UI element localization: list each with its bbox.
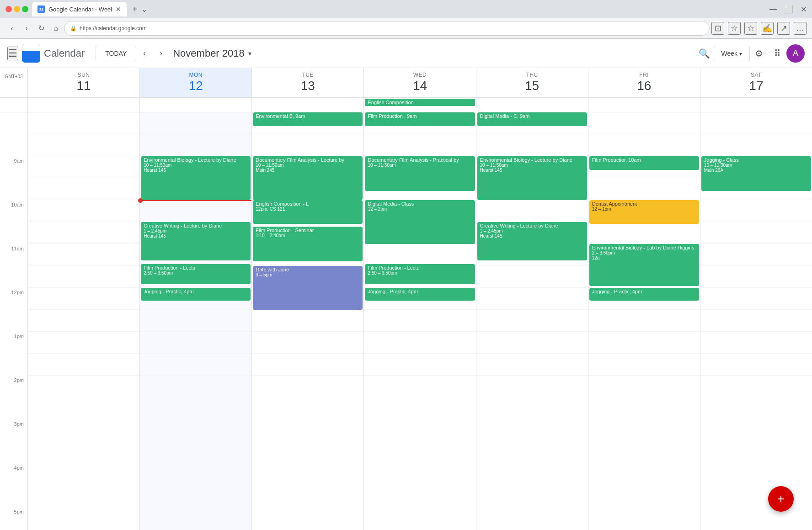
tab-favicon: 31 xyxy=(37,5,45,13)
time-grid: 9am 10am 11am 12pm 1pm 2pm 3pm 4pm 5pm 6… xyxy=(0,112,812,530)
day-header-tue: TUE 13 xyxy=(251,68,363,97)
event-mon-film-prod[interactable]: Film Production - Lectu 2:50 – 3:50pm xyxy=(141,264,251,284)
event-fri-film-prod-short[interactable]: Film Productior, 10am xyxy=(589,156,699,170)
share-btn[interactable]: ↗ xyxy=(777,22,790,35)
reader-view-btn[interactable]: ⊡ xyxy=(711,22,724,35)
time-slot-1pm: 1pm xyxy=(0,332,27,354)
event-fri-dentist[interactable]: Dentist Appointment 12 – 1pm xyxy=(589,200,699,224)
event-mon-creative-writing[interactable]: Creative Writing - Lecture by Diane 1 – … xyxy=(141,222,251,260)
time-slot-3pm: 3pm xyxy=(0,419,27,441)
minimize-window-btn[interactable] xyxy=(14,6,20,12)
event-mon-jogging[interactable]: Jogging - Practic, 4pm xyxy=(141,288,251,301)
time-slot-empty2 xyxy=(0,134,27,156)
maximize-window-btn[interactable] xyxy=(22,6,28,12)
time-slot-130 xyxy=(0,354,27,376)
event-wed-digital-media[interactable]: Digital Media - Class 12 – 2pm xyxy=(365,200,475,244)
time-col: 9am 10am 11am 12pm 1pm 2pm 3pm 4pm 5pm 6… xyxy=(0,112,27,530)
time-slot-1130 xyxy=(0,266,27,288)
sign-in-btn[interactable]: ✍ xyxy=(761,22,774,35)
week-view-btn[interactable]: Week ▾ xyxy=(714,46,750,61)
event-tue-env-bio-short[interactable]: Environmental B, 9am xyxy=(253,112,363,126)
event-tue-date-jane[interactable]: Date with Jane 3 – 5pm xyxy=(253,266,363,310)
avatar-btn[interactable]: A xyxy=(786,44,805,63)
refresh-btn[interactable]: ↻ xyxy=(35,22,48,35)
home-btn[interactable]: ⌂ xyxy=(49,22,62,35)
browser-titlebar: 31 Google Calendar - Weel ✕ + ⌄ — ⬜ ✕ xyxy=(0,0,812,18)
settings-btn[interactable]: ⚙ xyxy=(750,44,768,63)
browser-controls: ‹ › ↻ ⌂ 🔒 https://calendar.google.com ⊡ … xyxy=(0,18,812,38)
day-col-fri: Film Productior, 10am Dentist Appointmen… xyxy=(588,112,700,530)
time-slot-11am: 11am xyxy=(0,244,27,266)
calendar-container: GMT+03 SUN 11 MON 12 TUE 13 WED 14 THU 1… xyxy=(0,68,812,530)
day-header-thu: THU 15 xyxy=(476,68,588,97)
day-col-mon: Environmental Biology - Lecture by Diane… xyxy=(139,112,251,530)
new-tab-btn[interactable]: + xyxy=(132,4,138,15)
event-tue-film-seminar[interactable]: Film Production - Seminar 1:10 – 2:40pm xyxy=(253,227,363,261)
gmt-label: GMT+03 xyxy=(0,68,27,97)
favorites-btn[interactable]: ☆ xyxy=(744,22,757,35)
event-tue-eng-comp[interactable]: English Composition - L 12pm, CS 121 xyxy=(253,200,363,224)
event-thu-env-bio[interactable]: Environmental Biology - Lecture by Diane… xyxy=(477,156,587,200)
day-col-sun xyxy=(27,112,139,530)
menu-btn[interactable]: ☰ xyxy=(7,47,18,60)
event-thu-digital-media-short[interactable]: Digital Media - C, 9am xyxy=(477,112,587,126)
create-event-fab[interactable]: + xyxy=(768,486,794,512)
next-btn[interactable]: › xyxy=(153,45,169,62)
hour-lines-sun xyxy=(28,112,139,530)
all-day-mon xyxy=(139,98,251,112)
time-slot-930 xyxy=(0,178,27,200)
url-text: https://calendar.google.com xyxy=(80,25,147,32)
browser-tab[interactable]: 31 Google Calendar - Weel ✕ xyxy=(32,2,127,16)
address-bar[interactable]: 🔒 https://calendar.google.com xyxy=(64,21,710,36)
tab-menu-btn[interactable]: ⌄ xyxy=(141,5,147,14)
close-btn[interactable]: ✕ xyxy=(801,5,807,14)
day-header-mon: MON 12 xyxy=(139,68,251,97)
time-slot-2pm: 2pm xyxy=(0,376,27,398)
event-tue-doc-film[interactable]: Documentary Film Analysis - Lecture by 1… xyxy=(253,156,363,200)
prev-btn[interactable]: ‹ xyxy=(136,45,153,62)
time-slot-230 xyxy=(0,398,27,419)
day-header-sat: SAT 17 xyxy=(700,68,812,97)
all-day-sat xyxy=(700,98,812,112)
browser-actions: ⊡ ☆ ☆ ✍ ↗ … xyxy=(711,22,807,35)
restore-btn[interactable]: ⬜ xyxy=(784,5,793,14)
minimize-btn[interactable]: — xyxy=(769,5,777,13)
time-slot-9am: 9am xyxy=(0,156,27,178)
time-slot-430 xyxy=(0,485,27,507)
search-btn[interactable]: 🔍 xyxy=(695,44,714,63)
tab-close-btn[interactable]: ✕ xyxy=(116,5,121,13)
event-mon-env-bio[interactable]: Environmental Biology - Lecture by Diane… xyxy=(141,156,251,200)
all-day-event-english-comp[interactable]: English Composition - xyxy=(365,99,475,106)
event-wed-doc-film[interactable]: Documentary Film Analysis - Practical by… xyxy=(365,156,475,191)
all-day-tue xyxy=(251,98,363,112)
forward-btn[interactable]: › xyxy=(20,22,33,35)
today-btn[interactable]: TODAY xyxy=(96,46,136,61)
logo-text: Calendar xyxy=(44,48,85,59)
day-col-tue-inner: Environmental B, 9am Documentary Film An… xyxy=(252,112,363,530)
more-btn[interactable]: … xyxy=(794,22,807,35)
time-slot-5pm: 5pm xyxy=(0,507,27,529)
day-col-sun-inner xyxy=(28,112,139,530)
day-col-wed-inner: Film Production , 9am Documentary Film A… xyxy=(364,112,475,530)
event-sat-jogging[interactable]: Jogging - Class 10 – 11:30am Main 26A xyxy=(701,156,811,191)
hour-lines-fri xyxy=(588,112,700,530)
month-label: November 2018 xyxy=(173,48,245,59)
event-wed-film-prod-short[interactable]: Film Production , 9am xyxy=(365,112,475,126)
month-dropdown-btn[interactable]: ▾ xyxy=(248,50,251,57)
event-wed-jogging[interactable]: Jogging - Practic, 4pm xyxy=(365,288,475,301)
time-slot-1230 xyxy=(0,310,27,332)
now-indicator xyxy=(140,200,251,201)
event-fri-jogging[interactable]: Jogging - Practic, 4pm xyxy=(589,288,699,301)
all-day-label xyxy=(0,98,27,112)
event-fri-env-bio-lab[interactable]: Environmental Biology - Lab by Diane Hig… xyxy=(589,244,699,286)
back-btn[interactable]: ‹ xyxy=(5,22,18,35)
close-window-btn[interactable] xyxy=(5,6,12,12)
event-thu-creative-writing[interactable]: Creative Writing - Lecture by Diane 1 – … xyxy=(477,222,587,260)
day-col-wed: Film Production , 9am Documentary Film A… xyxy=(363,112,475,530)
event-wed-film-prod[interactable]: Film Production - Lectu 2:50 – 3:50pm xyxy=(365,264,475,284)
apps-btn[interactable]: ⠿ xyxy=(768,44,786,63)
time-slot-330 xyxy=(0,441,27,463)
bookmark-btn[interactable]: ☆ xyxy=(728,22,741,35)
day-col-sat-inner: Jogging - Class 10 – 11:30am Main 26A xyxy=(700,112,812,530)
time-slot-1030 xyxy=(0,222,27,244)
